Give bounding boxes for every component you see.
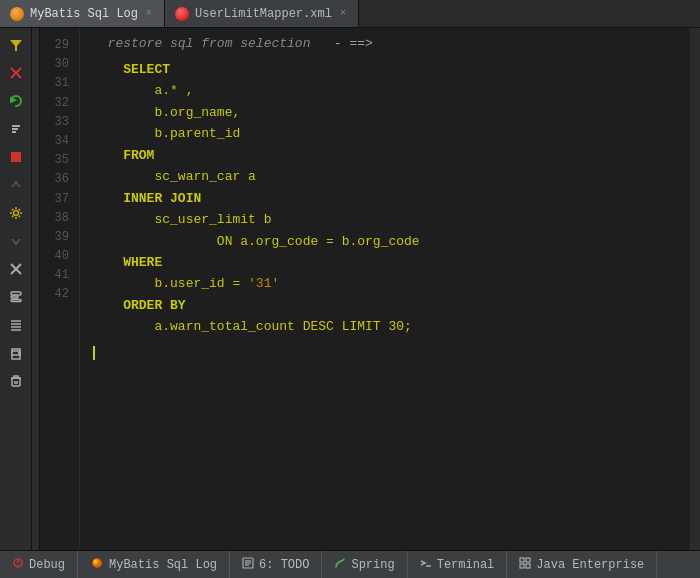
down-button[interactable] (3, 228, 29, 254)
sql-col2-line: b.org_name, (92, 102, 678, 123)
keyword-where: WHERE (123, 255, 162, 270)
sql-orderby-line: ORDER BY (92, 295, 678, 316)
spring-label: Spring (351, 558, 394, 572)
line-num-41: 41 (40, 266, 75, 285)
tab-file-close[interactable]: × (338, 8, 348, 19)
sql-inner-join-line: INNER JOIN (92, 188, 678, 209)
status-java-enterprise[interactable]: Java Enterprise (507, 551, 657, 578)
on-clause: ON a.org_code = b.org_code (217, 234, 420, 249)
text-cursor (93, 346, 95, 360)
keyword-orderby: ORDER BY (123, 298, 185, 313)
status-todo[interactable]: 6: TODO (230, 551, 322, 578)
sql-on-line: ON a.org_code = b.org_code (92, 231, 678, 252)
status-mybatis[interactable]: MyBatis Sql Log (78, 551, 230, 578)
keyword-from: FROM (123, 148, 154, 163)
sql-code-block: SELECT a.* , b.org_name, b.parent_id FRO… (92, 59, 678, 360)
tab-file-label: UserLimitMapper.xml (195, 7, 332, 21)
debug-label: Debug (29, 558, 65, 572)
svg-point-8 (13, 211, 18, 216)
line-num-40: 40 (40, 247, 75, 266)
filter-button[interactable] (3, 32, 29, 58)
sql-col3-line: b.parent_id (92, 123, 678, 144)
scrollbar-track[interactable] (690, 28, 700, 550)
sql-ordercol-line: a.warn_total_count DESC LIMIT 30; (92, 316, 678, 337)
sql-table2-line: sc_user_limit b (92, 209, 678, 230)
mybatis-icon (90, 556, 104, 574)
refresh-button[interactable] (3, 88, 29, 114)
main-area: 29 30 31 32 33 34 35 36 37 38 39 40 41 4… (0, 28, 700, 550)
tab-bar: MyBatis Sql Log × UserLimitMapper.xml × (0, 0, 700, 28)
line-num-33: 33 (40, 113, 75, 132)
line-num-39: 39 (40, 228, 75, 247)
side-markers (32, 28, 40, 550)
line-num-32: 32 (40, 94, 75, 113)
left-toolbar (0, 28, 32, 550)
svg-rect-7 (11, 152, 21, 162)
line-num-37: 37 (40, 190, 75, 209)
line-num-36: 36 (40, 170, 75, 189)
order-col: a.warn_total_count DESC LIMIT 30; (154, 319, 411, 334)
svg-rect-37 (520, 558, 524, 562)
svg-rect-21 (12, 378, 20, 386)
sql-from-line: FROM (92, 145, 678, 166)
sql-editor[interactable]: restore sql from selection - ==> SELECT … (80, 28, 690, 550)
where-col: b.user_id = '31' (154, 276, 279, 291)
status-bar: Debug MyBatis Sql Log 6: TODO Spring Ter… (0, 550, 700, 578)
table1: sc_warn_car a (154, 169, 255, 184)
status-terminal[interactable]: Terminal (408, 551, 508, 578)
svg-point-20 (18, 352, 20, 354)
format-button[interactable] (3, 284, 29, 310)
keyword-select: SELECT (123, 62, 170, 77)
debug-icon (12, 557, 24, 573)
sql-select-line: SELECT (92, 59, 678, 80)
svg-rect-38 (526, 558, 530, 562)
content-panel: 29 30 31 32 33 34 35 36 37 38 39 40 41 4… (40, 28, 700, 550)
tab-file-icon (175, 7, 189, 21)
line-num-38: 38 (40, 209, 75, 228)
line-numbers: 29 30 31 32 33 34 35 36 37 38 39 40 41 4… (40, 28, 80, 550)
tab-close-button[interactable]: × (144, 8, 154, 19)
svg-marker-3 (11, 98, 15, 102)
sql-col1-line: a.* , (92, 80, 678, 101)
close-x-button[interactable] (3, 256, 29, 282)
tab-icon (10, 7, 24, 21)
sql-where-cond-line: b.user_id = '31' (92, 273, 678, 294)
tab-userlimit[interactable]: UserLimitMapper.xml × (165, 0, 359, 27)
col3: b.parent_id (154, 126, 240, 141)
col2: b.org_name, (154, 105, 240, 120)
tab-label: MyBatis Sql Log (30, 7, 138, 21)
print-button[interactable] (3, 340, 29, 366)
clear-button[interactable] (3, 60, 29, 86)
line-num-35: 35 (40, 151, 75, 170)
status-spring[interactable]: Spring (322, 551, 407, 578)
mybatis-label: MyBatis Sql Log (109, 558, 217, 572)
stop-button[interactable] (3, 144, 29, 170)
line-num-30: 30 (40, 55, 75, 74)
terminal-icon (420, 557, 432, 573)
wrench-button[interactable] (3, 200, 29, 226)
svg-rect-11 (11, 292, 21, 295)
tab-mybatis-sql-log[interactable]: MyBatis Sql Log × (0, 0, 165, 27)
format2-button[interactable] (3, 312, 29, 338)
java-enterprise-label: Java Enterprise (536, 558, 644, 572)
up-button[interactable] (3, 172, 29, 198)
keyword-inner-join: INNER JOIN (123, 191, 201, 206)
todo-icon (242, 557, 254, 573)
svg-rect-39 (520, 564, 524, 568)
line-num-34: 34 (40, 132, 75, 151)
svg-marker-0 (10, 40, 22, 51)
svg-point-31 (94, 560, 97, 563)
status-debug[interactable]: Debug (0, 551, 78, 578)
table2: sc_user_limit b (154, 212, 271, 227)
line-num-42: 42 (40, 285, 75, 304)
svg-rect-40 (526, 564, 530, 568)
sort-button[interactable] (3, 116, 29, 142)
sql-table1-line: sc_warn_car a (92, 166, 678, 187)
svg-rect-13 (11, 300, 21, 302)
string-value: '31' (248, 276, 279, 291)
terminal-label: Terminal (437, 558, 495, 572)
comment-text: restore sql from selection - ==> (92, 36, 373, 51)
line-num-29: 29 (40, 36, 75, 55)
col1: a.* , (154, 83, 193, 98)
delete-button[interactable] (3, 368, 29, 394)
